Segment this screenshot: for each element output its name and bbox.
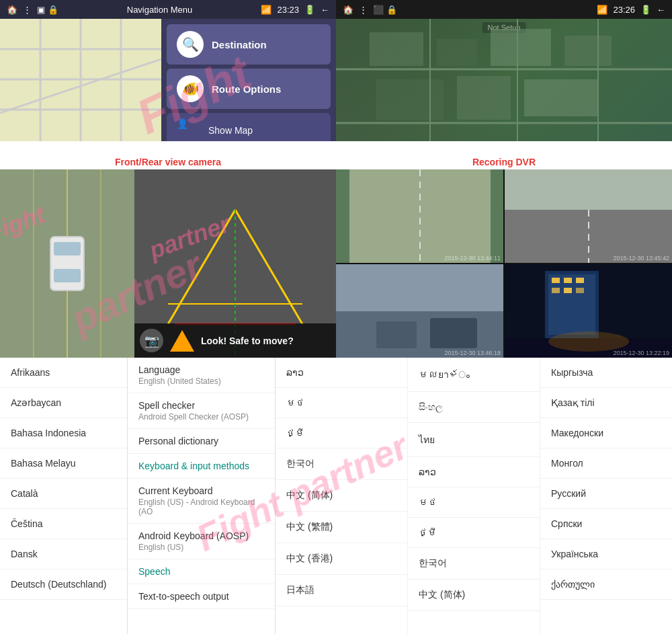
camera-mode-icon: 📷 [140,329,163,352]
nav-map-svg [0,19,161,141]
dvr-panel: 🏠 ⋮ ⬛ 🔒 📶 23:26 🔋 ← Not Setup [336,0,672,141]
settings-col-2: មលยาళം සිංහල ไทย ລາວ មថ ថ្មី 한국어 中文 (简体) [408,358,540,634]
warning-triangle-icon [170,330,194,352]
dvr-thumb-1-timestamp: 2015-12-30 13:44:11 [444,255,501,262]
camera-overlay: 📷 Look! Safe to move? [134,323,336,358]
language-cestina[interactable]: Čeština [0,509,127,539]
current-keyboard-setting[interactable]: Current Keyboard English (US) - Android … [128,479,275,524]
svg-rect-50 [548,274,595,335]
lang-japanese[interactable]: 日本語 [276,575,407,606]
lang-chinese-simplified[interactable]: 中文 (简体) [276,480,407,512]
dvr-thumb-4-timestamp: 2015-12-30 13:22:19 [613,350,669,356]
dvr-map-svg [336,19,672,141]
lang-sinhala[interactable]: සිංහල [408,392,540,423]
lang-kazakh[interactable]: Қазақ тілі [540,388,672,418]
language-sublabel: English (United States) [138,377,264,386]
tts-setting[interactable]: Text-to-speech output [128,584,275,609]
language-setting[interactable]: Language English (United States) [128,358,275,393]
lang-thai[interactable]: ไทย [408,423,540,457]
lang-macedonian[interactable]: Македонски [540,418,672,448]
svg-rect-37 [336,169,349,263]
svg-rect-38 [491,169,503,263]
dvr-thumb-4: 2015-12-30 13:22:19 [505,264,672,358]
nav-panel: 🏠 ⋮ ▣ 🔒 Navigation Menu 📶 23:23 🔋 ← [0,0,336,141]
dvr-menu-icon: ⋮ [359,5,368,15]
personal-dictionary-setting[interactable]: Personal dictionary [128,429,275,454]
lang-mongolian[interactable]: Монгол [540,448,672,479]
destination-button[interactable]: 🔍 Destination [167,24,331,65]
svg-rect-52 [564,278,572,283]
svg-rect-51 [552,278,560,283]
language-bahasa-indonesia[interactable]: Bahasa Indonesia [0,418,127,448]
lang-chinese-simplified-2[interactable]: 中文 (简体) [408,580,540,611]
svg-rect-41 [505,169,672,210]
svg-rect-47 [430,318,477,348]
svg-rect-46 [376,321,417,348]
lang-lao-2[interactable]: ລາວ [408,457,540,487]
svg-rect-55 [564,288,572,293]
svg-rect-12 [564,36,612,66]
route-options-button[interactable]: 🐠 Route Options [167,69,331,109]
keyboard-input-header: Keyboard & input methods [128,454,275,479]
language-azerbaycan[interactable]: Azərbaycan [0,388,127,418]
lang-georgian[interactable]: ქართული [540,569,672,600]
svg-rect-56 [576,288,584,293]
spell-checker-label: Spell checker [138,400,264,411]
dvr-thumb-1: 2015-12-30 13:44:11 [336,169,503,263]
svg-rect-53 [576,278,584,283]
android-keyboard-sublabel: English (US) [138,543,264,552]
language-deutsch[interactable]: Deutsch (Deutschland) [0,569,127,600]
settings-left-panel: Afrikaans Azərbaycan Bahasa Indonesia Ba… [0,358,128,634]
camera-center: 📷 Look! Safe to move? partner [134,169,336,358]
dvr-back-icon: ← [657,5,665,15]
spell-checker-sublabel: Android Spell Checker (AOSP) [138,412,264,422]
language-catala[interactable]: Català [0,479,127,509]
route-options-label: Route Options [212,83,281,95]
lang-khmer-2[interactable]: មថ [408,487,540,518]
nav-back-icon: ← [321,5,329,15]
spell-checker-setting[interactable]: Spell checker Android Spell Checker (AOS… [128,393,275,429]
lang-kyrgyz[interactable]: Кыргызча [540,358,672,388]
speech-header: Speech [128,559,275,584]
safe-to-move-text: Look! Safe to move? [201,335,294,346]
dvr-thumb-2: 2015-12-30 13:45:42 [505,169,672,263]
android-keyboard-setting[interactable]: Android Keyboard (AOSP) English (US) [128,524,275,559]
language-afrikaans[interactable]: Afrikaans [0,358,127,388]
lang-myanmar[interactable]: ថ្មី [276,418,407,448]
lang-chinese-traditional[interactable]: 中文 (繁體) [276,512,407,543]
settings-section: Afrikaans Azərbaycan Bahasa Indonesia Ba… [0,358,672,634]
current-keyboard-label: Current Keyboard [138,485,264,496]
dvr-thumb-3: 2015-12-30 13:46:18 [336,264,503,358]
front-rear-label: Front/Rear view camera [0,155,336,169]
nav-map-area: 🔍 Destination 🐠 Route Options 👤 Show Map [0,19,336,141]
lang-malayalam[interactable]: មលยาళം [408,358,540,392]
lang-korean-2[interactable]: 한국어 [408,548,540,580]
svg-rect-15 [524,79,598,116]
dvr-header: 🏠 ⋮ ⬛ 🔒 📶 23:26 🔋 ← [336,0,672,19]
nav-time: 23:23 [277,5,299,15]
lang-ukrainian[interactable]: Українська [540,539,672,569]
nav-menu: 🔍 Destination 🐠 Route Options 👤 Show Map [161,19,336,141]
lang-russian[interactable]: Русский [540,479,672,509]
dvr-battery-icon: 🔋 [640,5,651,15]
nav-title: Navigation Menu [127,5,193,15]
language-dansk[interactable]: Dansk [0,539,127,569]
recording-dvr-label: Recoring DVR [336,155,672,169]
lang-serbian[interactable]: Српски [540,509,672,539]
show-map-button[interactable]: 👤 Show Map [167,113,331,141]
top-section: 🏠 ⋮ ▣ 🔒 Navigation Menu 📶 23:23 🔋 ← [0,0,672,155]
destination-icon: 🔍 [177,31,204,58]
nav-battery-icon: 🔋 [304,5,315,15]
language-bahasa-melayu[interactable]: Bahasa Melayu [0,448,127,479]
lang-lao[interactable]: ລາວ [276,358,407,388]
dvr-map: Not Setup [336,19,672,141]
nav-icons: ▣ 🔒 [37,5,58,15]
lang-myanmar-2[interactable]: ថ្មី [408,518,540,548]
lang-korean[interactable]: 한국어 [276,448,407,480]
svg-rect-45 [336,264,503,311]
android-keyboard-label: Android Keyboard (AOSP) [138,530,264,541]
svg-rect-26 [54,242,81,255]
tts-label: Text-to-speech output [138,591,264,602]
lang-chinese-hk[interactable]: 中文 (香港) [276,543,407,575]
lang-khmer[interactable]: មថ [276,388,407,418]
